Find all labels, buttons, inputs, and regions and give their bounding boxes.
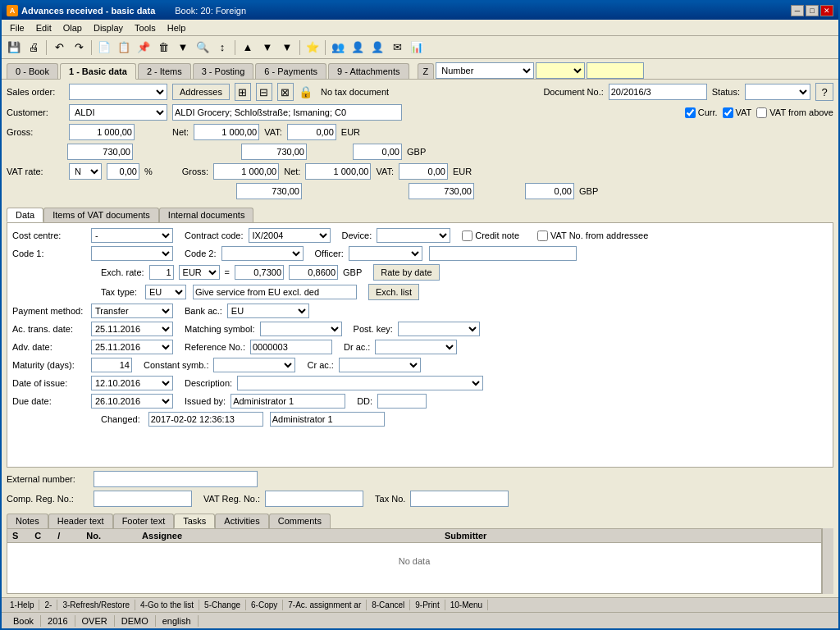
addr-btn3[interactable]: ⊠ xyxy=(277,83,294,101)
toolbar-save[interactable]: 💾 xyxy=(5,39,23,57)
bank-ac-select[interactable]: EU xyxy=(227,304,309,318)
toolbar-arrow-down[interactable]: ▼ xyxy=(258,39,276,57)
toolbar-undo[interactable]: ↶ xyxy=(50,39,68,57)
net-eur2-input[interactable] xyxy=(305,163,371,180)
code2-select[interactable] xyxy=(221,246,304,261)
due-date-select[interactable]: 26.10.2016 xyxy=(91,394,173,409)
func-2[interactable]: 2- xyxy=(39,600,57,610)
toolbar-copy[interactable]: 📋 xyxy=(115,39,133,57)
toolbar-redo[interactable]: ↷ xyxy=(70,39,88,57)
menu-tools[interactable]: Tools xyxy=(130,22,161,34)
gross-eur2-input[interactable] xyxy=(213,163,279,180)
vat-checkbox[interactable] xyxy=(723,107,733,118)
tab-posting[interactable]: 3 - Posting xyxy=(193,63,254,79)
tab-items[interactable]: 2 - Items xyxy=(138,63,191,79)
ext-num-input[interactable] xyxy=(94,471,258,487)
vat-above-label[interactable]: VAT from above xyxy=(756,107,833,118)
menu-help[interactable]: Help xyxy=(162,22,191,34)
cr-ac-select[interactable] xyxy=(339,358,421,372)
exch-rate-value[interactable] xyxy=(149,265,174,280)
post-key-select[interactable] xyxy=(398,322,480,336)
menu-file[interactable]: File xyxy=(5,22,30,34)
tax-no-input[interactable] xyxy=(410,491,509,507)
section-tab-vat[interactable]: Items of VAT documents xyxy=(43,208,159,222)
toolbar-new[interactable]: 📄 xyxy=(95,39,113,57)
toolbar-star[interactable]: ⭐ xyxy=(304,39,322,57)
vat-rate-pct-input[interactable] xyxy=(107,163,139,180)
toolbar-arrow-up[interactable]: ▲ xyxy=(239,39,257,57)
changed-datetime-input[interactable] xyxy=(148,412,263,427)
credit-note-checkbox[interactable] xyxy=(462,231,472,241)
status-help[interactable]: ? xyxy=(815,83,833,101)
menu-edit[interactable]: Edit xyxy=(31,22,57,34)
vat-checkbox-label[interactable]: VAT xyxy=(723,107,752,118)
func-cancel[interactable]: 8-Cancel xyxy=(367,600,410,610)
vat-eur-input[interactable] xyxy=(287,124,336,140)
officer-select[interactable] xyxy=(349,246,422,261)
section-tab-internal[interactable]: Internal documents xyxy=(159,208,254,222)
officer-input[interactable] xyxy=(429,246,577,261)
minimize-button[interactable]: ─ xyxy=(791,5,804,16)
description-select[interactable] xyxy=(237,376,483,390)
exch-list-button[interactable]: Exch. list xyxy=(368,284,419,300)
tab-book[interactable]: 0 - Book xyxy=(7,63,58,79)
func-copy[interactable]: 6-Copy xyxy=(246,600,283,610)
tab-attachments[interactable]: 9 - Attachments xyxy=(328,63,409,79)
menu-olap[interactable]: Olap xyxy=(58,22,87,34)
func-refresh[interactable]: 3-Refresh/Restore xyxy=(57,600,135,610)
func-change[interactable]: 5-Change xyxy=(199,600,246,610)
toolbar-person[interactable]: 👤 xyxy=(349,39,367,57)
toolbar-sort[interactable]: ↕ xyxy=(213,39,231,57)
vat-reg-input[interactable] xyxy=(265,491,363,507)
tab-payments[interactable]: 6 - Payments xyxy=(255,63,326,79)
addr-btn2[interactable]: ⊟ xyxy=(256,83,272,101)
toolbar-filter2[interactable]: 🔍 xyxy=(194,39,212,57)
toolbar-filter[interactable]: ▼ xyxy=(174,39,192,57)
credit-note-label[interactable]: Credit note xyxy=(462,231,519,241)
customer-address-input[interactable] xyxy=(172,104,402,121)
toolbar-print[interactable]: 🖨 xyxy=(25,39,43,57)
toolbar-mail[interactable]: ✉ xyxy=(388,39,406,57)
cost-centre-select[interactable]: - xyxy=(91,228,173,243)
doc-no-input[interactable] xyxy=(609,84,707,100)
func-help[interactable]: 1-Help xyxy=(5,600,39,610)
matching-symbol-select[interactable] xyxy=(260,322,342,336)
func-print[interactable]: 9-Print xyxy=(410,600,445,610)
gross-gbp-input[interactable] xyxy=(67,144,133,160)
bottom-tab-footer-text[interactable]: Footer text xyxy=(113,514,175,528)
tab-dropdown[interactable] xyxy=(536,62,585,79)
comp-reg-input[interactable] xyxy=(94,491,192,507)
sales-order-select[interactable] xyxy=(69,84,167,100)
changed-by-input[interactable] xyxy=(270,412,385,427)
exch-rate-val1[interactable] xyxy=(235,265,284,280)
contract-code-select[interactable]: IX/2004 xyxy=(249,228,331,243)
gross-gbp2-input[interactable] xyxy=(236,183,302,199)
toolbar-dropdown[interactable]: ▼ xyxy=(278,39,296,57)
payment-method-select[interactable]: Transfer xyxy=(91,304,173,318)
toolbar-paste[interactable]: 📌 xyxy=(135,39,153,57)
device-select[interactable] xyxy=(377,228,450,243)
toolbar-person2[interactable]: 👤 xyxy=(368,39,386,57)
bottom-tab-activities[interactable]: Activities xyxy=(215,514,268,528)
bottom-tab-notes[interactable]: Notes xyxy=(7,514,48,528)
maturity-days-input[interactable] xyxy=(91,358,132,372)
vat-gbp-input[interactable] xyxy=(353,144,402,160)
exch-rate-val2[interactable] xyxy=(289,265,338,280)
dd-input[interactable] xyxy=(377,394,427,409)
vat-gbp2-input[interactable] xyxy=(525,183,574,199)
toolbar-delete[interactable]: 🗑 xyxy=(154,39,172,57)
status-select[interactable] xyxy=(745,84,810,100)
func-ac-assign[interactable]: 7-Ac. assignment ar xyxy=(283,600,367,610)
vat-no-addressee-label[interactable]: VAT No. from addressee xyxy=(537,231,648,241)
customer-select[interactable]: ALDI xyxy=(69,104,167,121)
exch-rate-currency-select[interactable]: EUR xyxy=(179,265,220,280)
adv-date-select[interactable]: 25.11.2016 xyxy=(91,340,173,354)
gross-eur-input[interactable] xyxy=(69,124,135,140)
toolbar-people[interactable]: 👥 xyxy=(329,39,347,57)
dr-ac-select[interactable] xyxy=(375,340,457,354)
bottom-tab-header-text[interactable]: Header text xyxy=(48,514,113,528)
constant-symb-select[interactable] xyxy=(213,358,295,372)
ac-trans-date-select[interactable]: 25.11.2016 xyxy=(91,322,173,336)
number-input[interactable] xyxy=(587,62,644,79)
toolbar-chart[interactable]: 📊 xyxy=(408,39,426,57)
